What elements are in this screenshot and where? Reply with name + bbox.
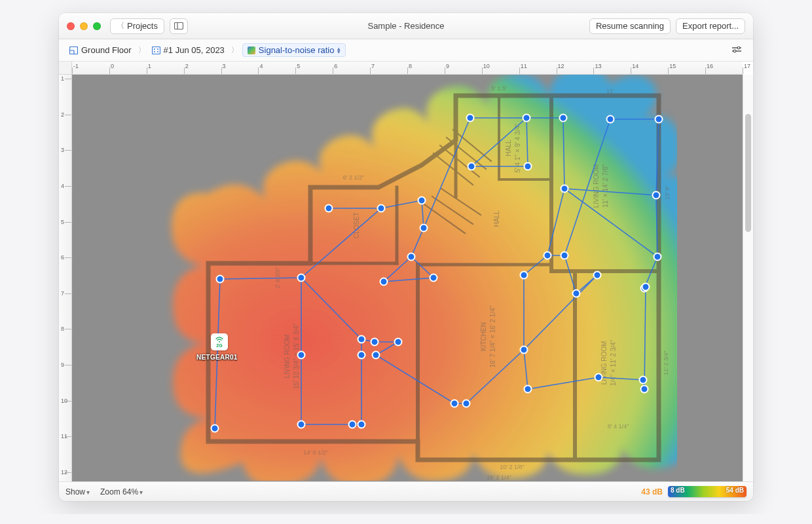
survey-point[interactable] [373,352,380,359]
survey-point[interactable] [640,377,647,384]
survey-point[interactable] [525,386,532,393]
survey-point[interactable] [523,115,530,122]
survey-point[interactable] [642,284,650,291]
svg-text:5' 4 1" × 9' 4 3/4": 5' 4 1" × 9' 4 3/4" [514,123,521,173]
svg-rect-0 [174,23,183,29]
chevron-right-icon: 〉 [138,45,145,55]
svg-text:CLOSET: CLOSET [353,212,360,238]
survey-point[interactable] [641,386,648,393]
survey-point[interactable] [380,278,388,286]
toggle-sidebar-button[interactable] [170,18,188,34]
survey-point[interactable] [521,346,528,354]
survey-point[interactable] [468,163,475,170]
back-to-projects-button[interactable]: 〈 Projects [110,18,164,34]
updown-icon: ▴▾ [337,47,341,54]
svg-point-14 [733,50,736,52]
svg-text:8' 4 1/4": 8' 4 1/4" [608,423,629,430]
breadcrumb-survey[interactable]: #1 Jun 05, 2023 [149,44,227,56]
svg-text:11': 11' [606,88,614,94]
survey-point[interactable] [358,336,365,343]
cursor-readout: 43 dB [641,487,663,496]
survey-point[interactable] [653,192,660,199]
survey-point[interactable] [298,352,305,359]
svg-text:LIVING ROOM: LIVING ROOM [284,335,291,379]
svg-rect-10 [248,47,255,54]
survey-point[interactable] [595,374,602,381]
ruler-vertical: 123456789101112 [59,75,72,481]
resume-scanning-button[interactable]: Resume scanning [589,18,671,34]
svg-text:16' 2 1/4": 16' 2 1/4" [487,474,511,481]
breadcrumb-metric-selector[interactable]: Signal-to-noise ratio ▴▾ [242,43,346,57]
svg-text:LIVING ROOM: LIVING ROOM [593,164,600,208]
minimize-window[interactable] [80,22,88,30]
svg-point-8 [154,51,155,52]
svg-point-45 [219,341,220,342]
app-window: 〈 Projects Sample - Residence Resume sca… [59,13,753,501]
export-report-button[interactable]: Export report... [676,18,745,34]
survey-point[interactable] [655,116,663,123]
survey-point[interactable] [418,197,426,204]
svg-text:14' 8 1/2": 14' 8 1/2" [303,449,327,456]
breadcrumb-floor[interactable]: Ground Floor [67,44,134,56]
window-controls [67,22,101,30]
wifi-icon [215,337,224,343]
svg-text:11' 2 3/4": 11' 2 3/4" [663,350,669,375]
survey-point[interactable] [217,276,224,283]
svg-point-9 [157,51,158,52]
color-legend[interactable]: 8 dB 54 dB [668,486,747,497]
access-point-marker[interactable]: 2G [211,333,228,350]
zoom-window[interactable] [93,22,101,30]
ruler-corner [59,62,72,75]
chevron-left-icon: 〈 [117,20,124,31]
survey-point[interactable] [408,253,415,261]
survey-point[interactable] [378,205,385,212]
survey-point[interactable] [298,421,305,428]
chevron-right-icon: 〉 [231,45,238,55]
survey-point[interactable] [395,339,402,346]
survey-point[interactable] [298,274,305,282]
survey-point[interactable] [451,400,458,407]
svg-text:HALL: HALL [505,140,512,156]
survey-point[interactable] [560,115,567,122]
breadcrumb-bar: Ground Floor 〉 #1 Jun 05, 2023 〉 Signal-… [59,39,753,62]
survey-point[interactable] [371,339,378,346]
survey-point[interactable] [420,225,428,232]
view-options-button[interactable] [728,43,745,58]
survey-point[interactable] [525,163,532,170]
back-label: Projects [127,21,158,31]
survey-point[interactable] [349,421,356,428]
show-menu[interactable]: Show▾ [65,487,90,496]
status-bar: Show▾ Zoom 64%▾ 43 dB 8 dB 54 dB [59,481,753,501]
survey-point[interactable] [521,272,528,279]
survey-point[interactable] [654,253,661,261]
survey-point[interactable] [430,274,437,282]
survey-point[interactable] [358,421,365,428]
survey-point[interactable] [463,400,470,407]
survey-point[interactable] [573,290,580,297]
heatmap-icon [248,47,255,54]
survey-point[interactable] [544,252,551,259]
access-point-label: NETGEAR01 [196,354,238,361]
ap-band: 2G [216,343,222,348]
svg-text:HALL: HALL [493,210,500,227]
svg-text:KITCHEN: KITCHEN [480,322,487,351]
floorplan-viewport[interactable]: LIVING ROOM 15' 10 3/4" × 15' 6 3/4" CLO… [72,75,743,481]
survey-point[interactable] [467,115,474,122]
heatmap-blob [172,75,677,481]
svg-text:5' 1.5': 5' 1.5' [491,85,507,92]
svg-text:16' 7 1/4" × 16' 2 1/4": 16' 7 1/4" × 16' 2 1/4" [489,305,496,367]
survey-point[interactable] [325,205,333,212]
svg-point-7 [157,48,158,50]
survey-point[interactable] [212,425,219,432]
survey-point[interactable] [594,272,601,279]
scrollbar-vertical[interactable] [743,75,753,481]
scroll-thumb[interactable] [745,114,751,232]
svg-text:6' 2 1/2": 6' 2 1/2" [343,174,364,181]
survey-point[interactable] [561,185,568,193]
survey-point[interactable] [358,352,365,359]
close-window[interactable] [67,22,75,30]
zoom-menu[interactable]: Zoom 64%▾ [100,487,143,496]
svg-text:13' 9": 13' 9" [664,185,671,200]
survey-point[interactable] [561,252,568,259]
survey-point[interactable] [607,116,614,123]
